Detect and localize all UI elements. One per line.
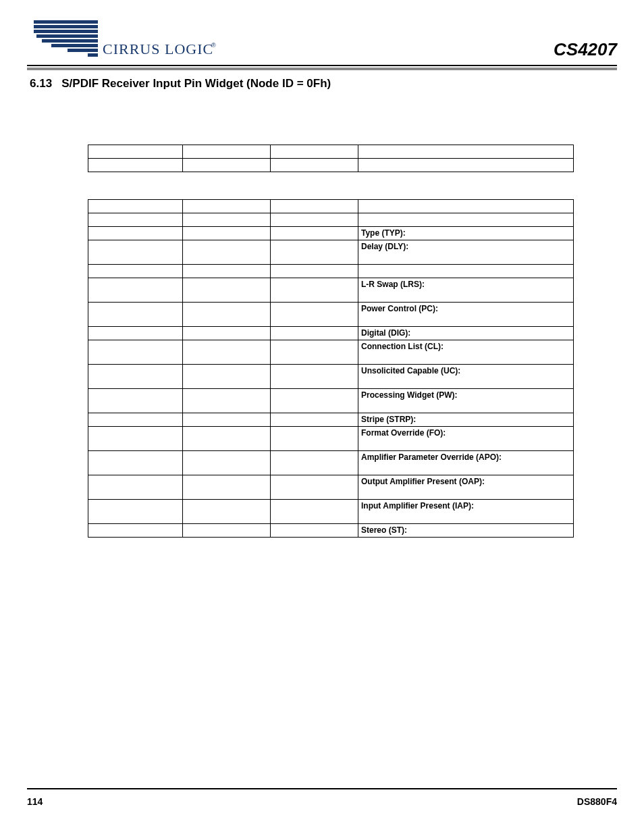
- svg-text:CIRRUS LOGIC: CIRRUS LOGIC: [103, 41, 213, 57]
- table-cell: [183, 278, 271, 303]
- table-cell: [358, 145, 574, 159]
- table-cell: [88, 365, 183, 389]
- table-row: [88, 200, 574, 213]
- table-row: Input Amplifier Present (IAP):: [88, 500, 574, 524]
- table-cell: [88, 475, 183, 500]
- table-cell: [271, 240, 358, 265]
- table-row: Delay (DLY):: [88, 240, 574, 265]
- table-cell: [183, 340, 271, 365]
- table-cell: [271, 451, 358, 475]
- table-cell: [88, 327, 183, 340]
- table-cell: [271, 145, 358, 159]
- table-cell: [183, 427, 271, 451]
- table-cell: [271, 524, 358, 538]
- table-cell: Power Control (PC):: [358, 303, 574, 327]
- section-title-text: S/PDIF Receiver Input Pin Widget (Node I…: [61, 77, 331, 90]
- table-cell: [183, 413, 271, 427]
- table-cell: [271, 413, 358, 427]
- table-cell: Type (TYP):: [358, 227, 574, 240]
- table-cell: Stereo (ST):: [358, 524, 574, 538]
- table-cell: [183, 451, 271, 475]
- table-cell: [183, 200, 271, 213]
- table-cell: Unsolicited Capable (UC):: [358, 365, 574, 389]
- table-cell: Stripe (STRP):: [358, 413, 574, 427]
- table-cell: [88, 265, 183, 278]
- table-cell: [271, 500, 358, 524]
- document-id: DS880F4: [577, 796, 617, 807]
- svg-text:®: ®: [211, 42, 216, 49]
- table-cell: [271, 475, 358, 500]
- table-cell: [183, 303, 271, 327]
- table-cell: [271, 303, 358, 327]
- table-cell: [358, 200, 574, 213]
- table-cell: [271, 213, 358, 227]
- table-cell: [271, 340, 358, 365]
- table-cell: [183, 500, 271, 524]
- table-cell: [358, 265, 574, 278]
- table-cell: [183, 475, 271, 500]
- table-cell: [183, 327, 271, 340]
- table-cell: [88, 278, 183, 303]
- table-row: Digital (DIG):: [88, 327, 574, 340]
- section-number: 6.13: [30, 77, 52, 90]
- table-cell: [183, 524, 271, 538]
- table-cell: [88, 427, 183, 451]
- table-row: [88, 213, 574, 227]
- table-cell: [88, 213, 183, 227]
- table-cell: L-R Swap (LRS):: [358, 278, 574, 303]
- table-cell: [88, 413, 183, 427]
- section-heading: 6.13 S/PDIF Receiver Input Pin Widget (N…: [30, 77, 617, 90]
- table-cell: Format Override (FO):: [358, 427, 574, 451]
- table-row: L-R Swap (LRS):: [88, 278, 574, 303]
- table-cell: [183, 265, 271, 278]
- page-footer: 114 DS880F4: [27, 788, 617, 807]
- table-cell: [88, 389, 183, 413]
- table-row: Amplifier Parameter Override (APO):: [88, 451, 574, 475]
- table-row: Connection List (CL):: [88, 340, 574, 365]
- header-rule-thin: [27, 65, 617, 66]
- table-cell: Digital (DIG):: [358, 327, 574, 340]
- table-cell: [183, 213, 271, 227]
- table-cell: Connection List (CL):: [358, 340, 574, 365]
- table-cell: [88, 159, 183, 172]
- footer-rule: [27, 788, 617, 789]
- table-cell: [183, 240, 271, 265]
- table-cell: [271, 159, 358, 172]
- summary-table: [88, 145, 574, 172]
- table-cell: [183, 365, 271, 389]
- table-cell: [183, 389, 271, 413]
- table-cell: [271, 327, 358, 340]
- table-row: Output Amplifier Present (OAP):: [88, 475, 574, 500]
- table-row: Stripe (STRP):: [88, 413, 574, 427]
- table-row: Unsolicited Capable (UC):: [88, 365, 574, 389]
- table-cell: [183, 159, 271, 172]
- table-row: Power Control (PC):: [88, 303, 574, 327]
- table-cell: [88, 524, 183, 538]
- table-cell: [271, 278, 358, 303]
- table-row: Processing Widget (PW):: [88, 389, 574, 413]
- table-cell: [271, 227, 358, 240]
- table-row: [88, 265, 574, 278]
- table-cell: [88, 451, 183, 475]
- table-cell: [271, 265, 358, 278]
- table-cell: [88, 227, 183, 240]
- page-number: 114: [27, 796, 43, 807]
- header-rule-thick: [27, 68, 617, 70]
- brand-logo: CIRRUS LOGIC ®: [27, 16, 216, 62]
- table-cell: Processing Widget (PW):: [358, 389, 574, 413]
- table-cell: [88, 145, 183, 159]
- table-cell: [183, 145, 271, 159]
- capability-table: Type (TYP):Delay (DLY):L-R Swap (LRS):Po…: [88, 199, 574, 538]
- table-row: Type (TYP):: [88, 227, 574, 240]
- table-cell: [271, 200, 358, 213]
- table-row: Stereo (ST):: [88, 524, 574, 538]
- table-row: [88, 145, 574, 159]
- table-cell: [358, 159, 574, 172]
- table-cell: [271, 365, 358, 389]
- table-cell: Delay (DLY):: [358, 240, 574, 265]
- table-row: [88, 159, 574, 172]
- table-cell: [88, 200, 183, 213]
- table-cell: [183, 227, 271, 240]
- table-cell: [88, 303, 183, 327]
- table-cell: Amplifier Parameter Override (APO):: [358, 451, 574, 475]
